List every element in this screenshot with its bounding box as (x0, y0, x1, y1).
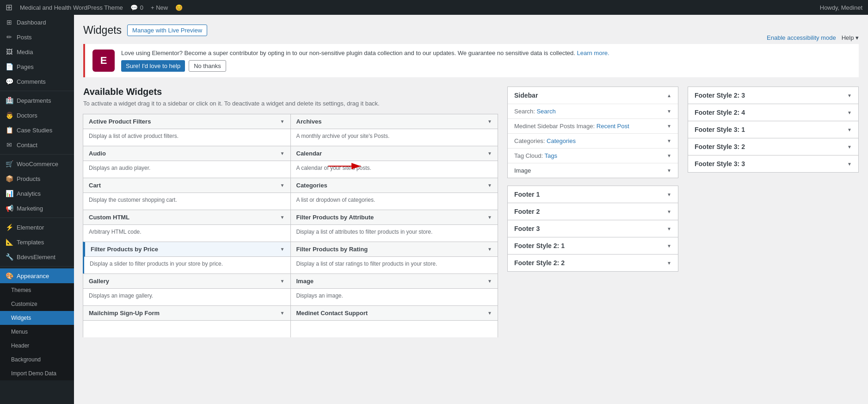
widget-desc (83, 321, 290, 337)
footer-panel-style-2-4-header[interactable]: Footer Style 2: 4 ▼ (688, 104, 858, 121)
widget-audio[interactable]: Audio ▼ Displays an audio player. (83, 146, 291, 178)
sidebar-item-analytics[interactable]: 📊 Analytics (0, 186, 74, 201)
sidebar-item-products[interactable]: 📦 Products (0, 171, 74, 186)
sidebar-sub-menus[interactable]: Menus (0, 325, 74, 339)
top-right-links: Enable accessibility mode Help ▾ (767, 34, 859, 41)
sidebar-item-bdevselement[interactable]: 🔧 BdevsElement (0, 249, 74, 264)
sidebar-item-elementor[interactable]: ⚡ Elementor (0, 220, 74, 235)
footer-panel-style-3-2-header[interactable]: Footer Style 3: 2 ▼ (688, 138, 858, 155)
chevron-down-icon: ▼ (847, 162, 852, 167)
sidebar-item-contact[interactable]: ✉ Contact (0, 137, 74, 152)
sidebar-item-doctors[interactable]: 👨 Doctors (0, 108, 74, 123)
footer-panel-style-3-3-header[interactable]: Footer Style 3: 3 ▼ (688, 155, 858, 172)
widget-header[interactable]: Gallery ▼ (83, 274, 290, 289)
widget-image[interactable]: Image ▼ Displays an image. (290, 273, 499, 306)
chevron-down-icon: ▼ (667, 124, 671, 129)
widget-calendar[interactable]: Calendar ▼ A calendar of your site's pos… (290, 146, 499, 178)
chevron-down-icon: ▼ (667, 261, 671, 266)
widget-custom-html[interactable]: Custom HTML ▼ Arbitrary HTML code. (83, 210, 291, 242)
footer-panel-style-2-1: Footer Style 2: 1 ▼ (507, 237, 678, 255)
sidebar-sub-themes[interactable]: Themes (0, 283, 74, 297)
sidebar-widget-image[interactable]: Image ▼ (508, 163, 678, 178)
widget-header[interactable]: Archives ▼ (291, 114, 498, 129)
sidebar-item-pages[interactable]: 📄 Pages (0, 59, 74, 74)
new-item[interactable]: + New (151, 4, 168, 11)
sidebar-item-templates[interactable]: 📐 Templates (0, 235, 74, 249)
marketing-icon: 📢 (6, 205, 13, 212)
widget-active-product-filters[interactable]: Active Product Filters ▼ Display a list … (83, 114, 291, 146)
chevron-down-icon: ▼ (280, 279, 285, 284)
chevron-down-icon: ▼ (487, 215, 492, 220)
accessibility-mode-link[interactable]: Enable accessibility mode (767, 34, 836, 41)
footer-panel-3-header[interactable]: Footer 3 ▼ (508, 220, 678, 237)
live-preview-button[interactable]: Manage with Live Preview (127, 25, 207, 36)
footer-panel-1-header[interactable]: Footer 1 ▼ (508, 186, 678, 203)
elementor-yes-button[interactable]: Sure! I'd love to help (121, 60, 185, 72)
chevron-down-icon: ▼ (280, 119, 285, 124)
widget-header[interactable]: Mailchimp Sign-Up Form ▼ (83, 306, 290, 321)
footer-panel-style-2-2: Footer Style 2: 2 ▼ (507, 254, 678, 272)
widget-header[interactable]: Filter Products by Attribute ▼ (291, 210, 498, 225)
sidebar-sub-background[interactable]: Background (0, 353, 74, 367)
footer-panel-2: Footer 2 ▼ (507, 203, 678, 220)
sidebar-sub-header[interactable]: Header (0, 339, 74, 353)
widget-header[interactable]: Calendar ▼ (291, 146, 498, 161)
sidebar-item-media[interactable]: 🖼 Media (0, 44, 74, 59)
sidebar-item-case-studies[interactable]: 📋 Case Studies (0, 123, 74, 137)
widget-header[interactable]: Cart ▼ (83, 178, 290, 193)
sidebar-item-woocommerce[interactable]: 🛒 WooCommerce (0, 156, 74, 171)
widget-header[interactable]: Filter Products by Rating ▼ (291, 242, 498, 257)
footer-panel-2-header[interactable]: Footer 2 ▼ (508, 203, 678, 220)
sidebar-sub-widgets[interactable]: Widgets (0, 311, 74, 325)
widget-categories[interactable]: Categories ▼ A list or dropdown of categ… (290, 178, 499, 210)
sidebar-sub-import-demo[interactable]: Import Demo Data (0, 367, 74, 380)
footer-panel-style-2-1-header[interactable]: Footer Style 2: 1 ▼ (508, 237, 678, 254)
sidebar-widget-categories[interactable]: Categories: Categories ▼ (508, 133, 678, 148)
sidebar-panel-header[interactable]: Sidebar ▲ (508, 87, 678, 104)
sidebar-item-comments[interactable]: 💬 Comments (0, 74, 74, 89)
elementor-no-button[interactable]: No thanks (189, 60, 226, 72)
widget-mailchimp[interactable]: Mailchimp Sign-Up Form ▼ (83, 305, 291, 337)
emoji-item[interactable]: 😊 (175, 4, 183, 11)
widget-desc: Displays an image. (291, 289, 498, 305)
available-widgets-section: Available Widgets To activate a widget d… (83, 87, 498, 337)
widget-filter-products-rating[interactable]: Filter Products by Rating ▼ Display a li… (290, 242, 499, 274)
widget-header[interactable]: Image ▼ (291, 274, 498, 289)
widget-filter-products-attribute[interactable]: Filter Products by Attribute ▼ Display a… (290, 210, 499, 242)
comments-link[interactable]: 💬 0 (130, 4, 143, 11)
widget-gallery[interactable]: Gallery ▼ Displays an image gallery. (83, 273, 291, 306)
widget-header[interactable]: Custom HTML ▼ (83, 210, 290, 225)
widget-header[interactable]: Audio ▼ (83, 146, 290, 161)
widget-desc: Display a list of active product filters… (83, 129, 290, 146)
widget-header[interactable]: Filter Products by Price ▼ (84, 242, 290, 257)
wp-logo[interactable]: ⊞ (6, 2, 12, 12)
widget-medinet-contact[interactable]: Medinet Contact Support ▼ (290, 305, 499, 337)
footer-panel-1: Footer 1 ▼ (507, 186, 678, 203)
sidebar-item-departments[interactable]: 🏥 Departments (0, 93, 74, 108)
footer-panel-style-3-1-header[interactable]: Footer Style 3: 1 ▼ (688, 121, 858, 138)
howdy-user[interactable]: Howdy, Medinet (820, 4, 862, 11)
sidebar-item-posts[interactable]: ✏ Posts (0, 30, 74, 44)
site-name[interactable]: Medical and Health WordPress Theme (20, 4, 123, 11)
sidebar-sub-customize[interactable]: Customize (0, 297, 74, 311)
widget-header[interactable]: Categories ▼ (291, 178, 498, 193)
sidebar-item-dashboard[interactable]: ⊞ Dashboard (0, 15, 74, 30)
sidebar-panel: Sidebar ▲ Search: Search ▼ (507, 87, 678, 178)
sidebar-widget-search[interactable]: Search: Search ▼ (508, 104, 678, 118)
widget-filter-products-price[interactable]: Filter Products by Price ▼ Display a sli… (83, 242, 291, 274)
widget-header[interactable]: Medinet Contact Support ▼ (291, 306, 498, 321)
widget-desc (291, 321, 498, 337)
sidebar-item-marketing[interactable]: 📢 Marketing (0, 201, 74, 216)
widget-cart[interactable]: Cart ▼ Display the customer shopping car… (83, 178, 291, 210)
sidebar-widget-tag-cloud[interactable]: Tag Cloud: Tags ▼ (508, 148, 678, 163)
learn-more-link[interactable]: Learn more. (577, 50, 609, 56)
footer-panel-style-2-2-header[interactable]: Footer Style 2: 2 ▼ (508, 255, 678, 271)
sidebar-item-appearance[interactable]: 🎨 Appearance (0, 268, 74, 283)
footer-panel-style-2-3-header[interactable]: Footer Style 2: 3 ▼ (688, 87, 858, 104)
widget-archives[interactable]: Archives ▼ A monthly archive of your sit… (290, 114, 499, 146)
footer-panels: Footer 1 ▼ Footer 2 ▼ Footer 3 ▼ (507, 186, 678, 271)
widget-header[interactable]: Active Product Filters ▼ (83, 114, 290, 129)
sidebar-widget-posts-image[interactable]: Medinet Sidebar Posts Image: Recent Post… (508, 118, 678, 133)
chevron-down-icon: ▼ (280, 311, 285, 316)
help-button[interactable]: Help ▾ (842, 34, 859, 41)
